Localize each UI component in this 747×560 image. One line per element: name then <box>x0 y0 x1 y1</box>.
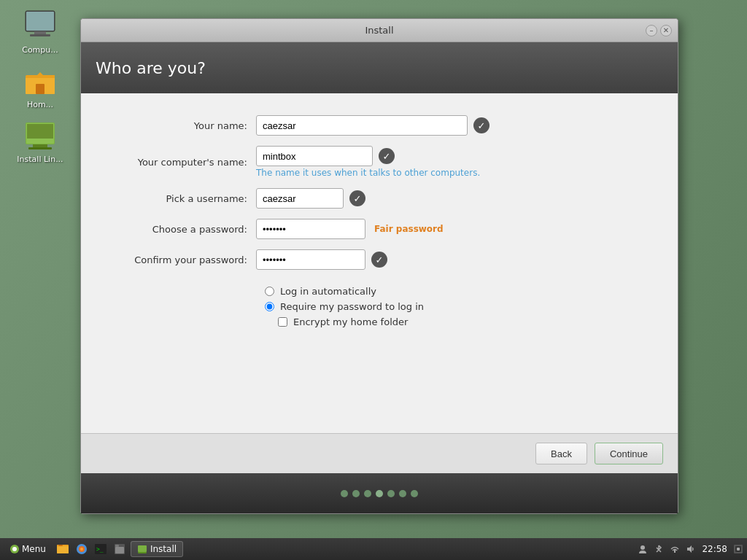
form-row-username: Pick a username: ✓ <box>110 188 649 209</box>
auto-login-label[interactable]: Log in automatically <box>280 286 376 297</box>
name-input-group: ✓ <box>256 115 649 136</box>
dialog-title: Install <box>87 25 672 36</box>
svg-point-19 <box>80 548 83 551</box>
password-input-group: Fair password <box>256 219 649 239</box>
progress-dot-2 <box>352 490 360 497</box>
terminal-icon: >_ <box>94 542 107 556</box>
taskbar: Menu <box>0 538 747 560</box>
progress-dot-1 <box>341 490 348 497</box>
dialog-footer: Back Continue <box>81 433 678 473</box>
confirm-input-group: ✓ <box>256 249 649 270</box>
title-bar-buttons: – ✕ <box>646 25 672 36</box>
confirm-input[interactable] <box>256 249 365 270</box>
svg-rect-2 <box>34 31 46 34</box>
svg-marker-29 <box>687 545 692 553</box>
dialog-content: Your name: ✓ Your computer's name: ✓ The… <box>81 93 678 433</box>
svg-rect-26 <box>138 552 147 553</box>
menu-label: Menu <box>22 544 46 554</box>
file-manager-icon <box>56 542 69 556</box>
svg-rect-10 <box>33 144 47 147</box>
password-label: Choose a password: <box>110 224 256 235</box>
network-icon <box>670 544 680 554</box>
firefox-icon <box>75 542 88 556</box>
encrypt-home-label[interactable]: Encrypt my home folder <box>293 316 408 327</box>
taskbar-time: 22:58 <box>702 544 727 554</box>
auto-login-radio[interactable] <box>265 287 274 296</box>
desktop: Compu... Hom... <box>0 0 747 560</box>
volume-icon <box>686 544 696 554</box>
bluetooth-icon <box>654 544 664 554</box>
computer-input-with-hint: ✓ The name it uses when it talks to othe… <box>256 146 480 178</box>
confirm-check-icon: ✓ <box>371 252 387 268</box>
computer-label: Your computer's name: <box>110 157 256 168</box>
taskbar-right: 22:58 <box>638 544 743 554</box>
username-input[interactable] <box>256 188 344 209</box>
svg-rect-16 <box>58 545 63 546</box>
svg-rect-1 <box>26 12 54 31</box>
username-input-group: ✓ <box>256 188 649 209</box>
svg-text:>_: >_ <box>96 546 104 553</box>
install-icon <box>23 117 58 152</box>
form-row-computer: Your computer's name: ✓ The name it uses… <box>110 146 649 178</box>
home-icon-label: Hom... <box>27 100 53 109</box>
computer-check-icon: ✓ <box>379 148 395 164</box>
progress-dot-3 <box>364 490 371 497</box>
taskbar-terminal[interactable]: >_ <box>93 541 109 557</box>
taskbar-install-app[interactable]: Install <box>131 541 183 557</box>
taskbar-install-label: Install <box>150 544 177 554</box>
taskbar-firefox[interactable] <box>74 541 90 557</box>
title-bar: Install – ✕ <box>81 19 678 42</box>
computer-input[interactable] <box>256 146 373 166</box>
progress-dot-5 <box>387 490 395 497</box>
svg-rect-6 <box>36 84 44 94</box>
name-check-icon: ✓ <box>473 117 489 133</box>
name-input[interactable] <box>256 115 468 136</box>
desktop-icon-install[interactable]: Install Lin... <box>15 117 66 164</box>
computer-hint: The name it uses when it talks to other … <box>256 168 480 178</box>
desktop-icon-computer[interactable]: Compu... <box>15 7 66 55</box>
computer-icon <box>23 7 58 42</box>
files-icon <box>113 542 126 556</box>
option-row-auto-login: Log in automatically <box>265 286 649 297</box>
continue-button[interactable]: Continue <box>595 443 663 464</box>
taskbar-file-manager[interactable] <box>55 541 71 557</box>
password-input[interactable] <box>256 219 365 239</box>
svg-rect-9 <box>27 124 53 139</box>
progress-dot-6 <box>399 490 406 497</box>
desktop-icons: Compu... Hom... <box>15 7 66 164</box>
progress-dot-7 <box>411 490 418 497</box>
confirm-label: Confirm your password: <box>110 254 256 265</box>
install-icon-label: Install Lin... <box>17 155 63 164</box>
svg-rect-25 <box>138 545 147 552</box>
install-dialog: Install – ✕ Who are you? Your name: ✓ Yo <box>80 18 678 514</box>
desktop-icon-home[interactable]: Hom... <box>15 62 66 109</box>
svg-rect-24 <box>115 545 119 547</box>
form-row-confirm: Confirm your password: ✓ <box>110 249 649 270</box>
menu-icon <box>9 544 20 554</box>
svg-point-27 <box>640 545 645 550</box>
minimize-button[interactable]: – <box>646 25 657 36</box>
computer-input-group: ✓ The name it uses when it talks to othe… <box>256 146 649 178</box>
form-row-name: Your name: ✓ <box>110 115 649 136</box>
encrypt-home-checkbox[interactable] <box>278 317 287 327</box>
progress-dot-4 <box>376 490 383 497</box>
dialog-header: Who are you? <box>81 42 678 93</box>
progress-dots-bar <box>81 473 678 513</box>
svg-rect-3 <box>30 34 50 36</box>
svg-rect-11 <box>28 147 52 149</box>
close-button[interactable]: ✕ <box>660 25 672 36</box>
svg-point-13 <box>12 547 17 551</box>
svg-rect-32 <box>737 548 740 551</box>
username-label: Pick a username: <box>110 193 256 204</box>
require-password-label[interactable]: Require my password to log in <box>280 301 424 312</box>
user-icon <box>638 544 648 554</box>
taskbar-menu-button[interactable]: Menu <box>4 542 52 556</box>
password-strength: Fair password <box>374 224 444 234</box>
require-password-radio[interactable] <box>265 302 274 311</box>
option-row-encrypt: Encrypt my home folder <box>265 316 649 327</box>
taskbar-files[interactable] <box>112 541 128 557</box>
back-button[interactable]: Back <box>535 443 587 464</box>
home-folder-icon <box>23 62 58 97</box>
form-row-password: Choose a password: Fair password <box>110 219 649 239</box>
svg-rect-23 <box>115 547 124 553</box>
